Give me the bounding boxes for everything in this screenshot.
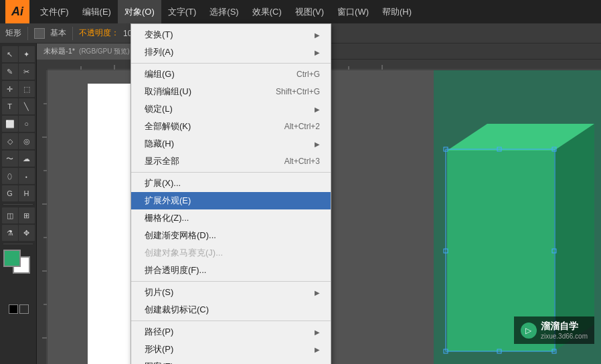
object-dropdown-menu[interactable]: 变换(T) ▶ 排列(A) ▶ 编组(G) Ctrl+G 取消编组(U) Shi… — [131, 23, 331, 364]
line-tool[interactable]: ╲ — [19, 98, 35, 114]
menu-help[interactable]: 帮助(H) — [375, 0, 418, 23]
menu-item-shape[interactable]: 形状(P) ▶ — [131, 341, 331, 358]
shape-label: 矩形 — [5, 27, 21, 39]
arrow-icon: ▶ — [315, 141, 320, 148]
tool-separator-2 — [3, 244, 33, 244]
menu-item-expand[interactable]: 扩展(X)... — [131, 175, 331, 192]
shortcut-ungroup: Shift+Ctrl+G — [276, 87, 320, 96]
tool-row-5: ⬜ ○ — [2, 116, 35, 132]
menu-text[interactable]: 文字(T) — [161, 0, 203, 23]
menu-edit[interactable]: 编辑(E) — [76, 0, 118, 23]
tab-subtitle: (RGB/GPU 预览) — [79, 47, 130, 56]
ellipse-tool[interactable]: ○ — [19, 116, 35, 132]
watermark-url: zixue.3d66.com — [541, 333, 588, 340]
tool-row-2: ✎ ✂ — [2, 64, 35, 80]
swatch-mini — [9, 304, 29, 314]
left-toolbar: ↖ ✦ ✎ ✂ ✛ ⬚ T ╲ ⬜ ○ ◇ ◎ 〜 ☁ ⬯ ⬩ — [0, 43, 37, 364]
menu-item-expand-appearance[interactable]: 扩展外观(E) — [131, 192, 331, 209]
shortcut-unlock: Alt+Ctrl+2 — [284, 122, 320, 131]
rotate-tool[interactable]: 〜 — [2, 151, 18, 167]
shortcut-group: Ctrl+G — [296, 70, 320, 79]
tool-row-9: G H — [2, 185, 35, 201]
foreground-color-swatch[interactable] — [3, 250, 21, 267]
eyedropper-tool[interactable]: ⚗ — [2, 225, 18, 241]
menu-item-slice[interactable]: 切片(S) ▶ — [131, 284, 331, 301]
menu-item-gradient-mesh[interactable]: 创建渐变网格(D)... — [131, 227, 331, 244]
anchor-tool[interactable]: ⬚ — [19, 81, 35, 97]
none-color[interactable] — [19, 304, 29, 314]
menu-item-show-all[interactable]: 显示全部 Alt+Ctrl+3 — [131, 153, 331, 170]
measure-tool[interactable]: ✥ — [19, 225, 35, 241]
tool-row-gradient: ◫ ⊞ — [2, 207, 35, 223]
menu-window[interactable]: 窗口(W) — [331, 0, 375, 23]
menu-item-transform[interactable]: 变换(T) ▶ — [131, 26, 331, 43]
shortcut-show-all: Alt+Ctrl+3 — [284, 157, 320, 166]
scale-tool[interactable]: ☁ — [19, 151, 35, 167]
free-transform-tool[interactable]: ⬩ — [19, 168, 35, 184]
menu-view[interactable]: 视图(V) — [288, 0, 331, 23]
stroke-preview — [34, 28, 45, 39]
menu-item-lock[interactable]: 锁定(L) ▶ — [131, 100, 331, 118]
menu-item-ungroup[interactable]: 取消编组(U) Shift+Ctrl+G — [131, 83, 331, 100]
selection-tool[interactable]: ↖ — [2, 46, 18, 62]
watermark: ▷ 溜溜自学 zixue.3d66.com — [514, 316, 594, 344]
pencil-tool[interactable]: ◎ — [19, 133, 35, 149]
menu-select[interactable]: 选择(S) — [203, 0, 245, 23]
menu-item-path[interactable]: 路径(P) ▶ — [131, 323, 331, 341]
menu-item-arrange[interactable]: 排列(A) ▶ — [131, 43, 331, 61]
arrow-icon: ▶ — [315, 31, 320, 39]
arrow-icon: ▶ — [315, 49, 320, 56]
menu-section-path: 路径(P) ▶ 形状(P) ▶ 图案(E) ▶ 混合(B) ▶ 封套扭曲(V) … — [131, 321, 331, 364]
toolbar-separator-2 — [72, 27, 73, 40]
menu-item-hide[interactable]: 隐藏(H) ▶ — [131, 135, 331, 153]
color-swatch-area — [3, 250, 33, 275]
menu-item-unlock-all[interactable]: 全部解锁(K) Alt+Ctrl+2 — [131, 118, 331, 135]
ai-logo: Ai — [5, 0, 29, 23]
warp-tool[interactable]: ⬯ — [2, 168, 18, 184]
title-bar: Ai 文件(F) 编辑(E) 对象(O) 文字(T) 选择(S) 效果(C) 视… — [0, 0, 601, 23]
direct-selection-tool[interactable]: ✦ — [19, 46, 35, 62]
menu-object[interactable]: 对象(O) — [118, 0, 161, 23]
watermark-name: 溜溜自学 — [541, 321, 588, 333]
menu-section-expand: 扩展(X)... 扩展外观(E) 栅格化(Z)... 创建渐变网格(D)... … — [131, 172, 331, 281]
toolbar-separator-1 — [27, 27, 28, 40]
tool-row-blend: ⚗ ✥ — [2, 225, 35, 241]
menu-bar: 文件(F) 编辑(E) 对象(O) 文字(T) 选择(S) 效果(C) 视图(V… — [33, 0, 596, 23]
arrow-icon: ▶ — [315, 346, 320, 353]
mesh-tool[interactable]: ⊞ — [19, 207, 35, 223]
menu-section-group: 编组(G) Ctrl+G 取消编组(U) Shift+Ctrl+G 锁定(L) … — [131, 63, 331, 172]
menu-section-slice: 切片(S) ▶ 创建裁切标记(C) — [131, 281, 331, 321]
menu-item-group[interactable]: 编组(G) Ctrl+G — [131, 66, 331, 83]
arrow-icon: ▶ — [315, 329, 320, 336]
menu-item-flatten-transparency[interactable]: 拼合透明度(F)... — [131, 262, 331, 279]
type-tool[interactable]: T — [2, 98, 18, 114]
menu-item-crop-marks[interactable]: 创建裁切标记(C) — [131, 301, 331, 318]
menu-item-rasterize[interactable]: 栅格化(Z)... — [131, 209, 331, 227]
menu-file[interactable]: 文件(F) — [33, 0, 76, 23]
tool-row-8: ⬯ ⬩ — [2, 168, 35, 184]
tool-separator-1 — [3, 204, 33, 205]
vertical-ruler — [37, 70, 48, 364]
document-tab[interactable]: 未标题-1* (RGB/GPU 预览) × — [37, 43, 143, 60]
tool-row-6: ◇ ◎ — [2, 133, 35, 149]
tool-row-3: ✛ ⬚ — [2, 81, 35, 97]
menu-section-transform: 变换(T) ▶ 排列(A) ▶ — [131, 24, 331, 63]
menu-item-pattern[interactable]: 图案(E) ▶ — [131, 358, 331, 364]
scissors-tool[interactable]: ✂ — [19, 64, 35, 80]
symbol-tool[interactable]: G — [2, 185, 18, 201]
pen-tool[interactable]: ✎ — [2, 64, 18, 80]
add-anchor-tool[interactable]: ✛ — [2, 81, 18, 97]
watermark-text: 溜溜自学 zixue.3d66.com — [541, 321, 588, 340]
menu-item-mosaic: 创建对象马赛克(J)... — [131, 244, 331, 262]
gradient-tool[interactable]: ◫ — [2, 207, 18, 223]
tab-title: 未标题-1* — [44, 46, 75, 56]
tool-row-4: T ╲ — [2, 98, 35, 114]
arrow-icon: ▶ — [315, 289, 320, 296]
paintbrush-tool[interactable]: ◇ — [2, 133, 18, 149]
opacity-label: 不透明度： — [79, 27, 119, 39]
menu-effect[interactable]: 效果(C) — [246, 0, 288, 23]
ruler-corner — [37, 60, 48, 70]
default-colors[interactable] — [9, 304, 18, 314]
rect-tool[interactable]: ⬜ — [2, 116, 18, 132]
column-graph-tool[interactable]: H — [19, 185, 35, 201]
